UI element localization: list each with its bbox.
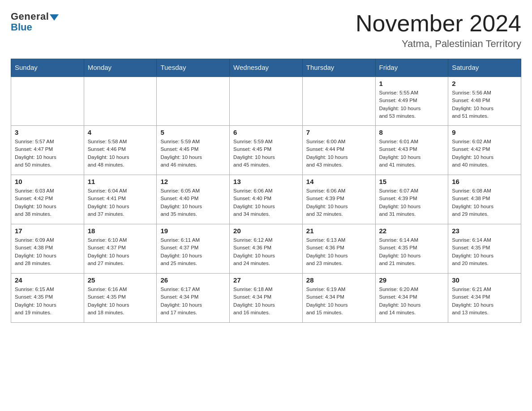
calendar-cell: 24Sunrise: 6:15 AMSunset: 4:35 PMDayligh… — [11, 274, 84, 323]
logo-general-text: General — [11, 11, 59, 22]
day-number: 10 — [15, 178, 80, 185]
week-row-3: 10Sunrise: 6:03 AMSunset: 4:42 PMDayligh… — [11, 175, 521, 224]
day-info: Sunrise: 6:11 AMSunset: 4:37 PMDaylight:… — [160, 236, 226, 267]
logo-arrow-icon — [50, 14, 59, 21]
day-info: Sunrise: 6:13 AMSunset: 4:36 PMDaylight:… — [306, 236, 372, 267]
calendar-cell: 20Sunrise: 6:12 AMSunset: 4:36 PMDayligh… — [230, 224, 303, 274]
logo-blue-text: Blue — [11, 21, 32, 33]
day-info: Sunrise: 6:16 AMSunset: 4:35 PMDaylight:… — [88, 286, 153, 317]
day-info: Sunrise: 5:59 AMSunset: 4:45 PMDaylight:… — [233, 138, 299, 169]
day-number: 28 — [306, 276, 372, 284]
day-number: 3 — [15, 128, 80, 136]
day-number: 2 — [452, 80, 517, 87]
calendar-cell: 17Sunrise: 6:09 AMSunset: 4:38 PMDayligh… — [11, 224, 84, 274]
day-info: Sunrise: 6:14 AMSunset: 4:35 PMDaylight:… — [379, 236, 445, 267]
day-number: 27 — [233, 276, 299, 284]
day-number: 14 — [306, 178, 372, 185]
day-info: Sunrise: 6:06 AMSunset: 4:39 PMDaylight:… — [306, 187, 372, 218]
week-row-4: 17Sunrise: 6:09 AMSunset: 4:38 PMDayligh… — [11, 224, 521, 274]
calendar-cell: 22Sunrise: 6:14 AMSunset: 4:35 PMDayligh… — [375, 224, 448, 274]
calendar-cell: 7Sunrise: 6:00 AMSunset: 4:44 PMDaylight… — [302, 126, 375, 175]
weekday-header-thursday: Thursday — [302, 59, 375, 77]
day-info: Sunrise: 6:12 AMSunset: 4:36 PMDaylight:… — [233, 236, 299, 267]
calendar-table: SundayMondayTuesdayWednesdayThursdayFrid… — [11, 59, 521, 323]
day-number: 16 — [452, 178, 517, 185]
day-info: Sunrise: 6:02 AMSunset: 4:42 PMDaylight:… — [452, 138, 517, 169]
calendar-cell: 18Sunrise: 6:10 AMSunset: 4:37 PMDayligh… — [84, 224, 157, 274]
day-info: Sunrise: 6:01 AMSunset: 4:43 PMDaylight:… — [379, 138, 445, 169]
week-row-2: 3Sunrise: 5:57 AMSunset: 4:47 PMDaylight… — [11, 126, 521, 175]
week-row-5: 24Sunrise: 6:15 AMSunset: 4:35 PMDayligh… — [11, 274, 521, 323]
day-number: 4 — [88, 128, 153, 136]
page-header: General Blue November 2024 Yatma, Palest… — [11, 11, 521, 50]
day-number: 29 — [379, 276, 445, 284]
title-block: November 2024 Yatma, Palestinian Territo… — [356, 11, 521, 50]
calendar-cell: 13Sunrise: 6:06 AMSunset: 4:40 PMDayligh… — [230, 175, 303, 224]
day-info: Sunrise: 6:10 AMSunset: 4:37 PMDaylight:… — [88, 236, 153, 267]
weekday-header-monday: Monday — [84, 59, 157, 77]
location-title: Yatma, Palestinian Territory — [356, 38, 521, 50]
day-info: Sunrise: 5:57 AMSunset: 4:47 PMDaylight:… — [15, 138, 80, 169]
calendar-cell: 19Sunrise: 6:11 AMSunset: 4:37 PMDayligh… — [157, 224, 230, 274]
day-info: Sunrise: 6:09 AMSunset: 4:38 PMDaylight:… — [15, 236, 80, 267]
calendar-cell: 12Sunrise: 6:05 AMSunset: 4:40 PMDayligh… — [157, 175, 230, 224]
day-info: Sunrise: 6:03 AMSunset: 4:42 PMDaylight:… — [15, 187, 80, 218]
day-info: Sunrise: 6:04 AMSunset: 4:41 PMDaylight:… — [88, 187, 153, 218]
calendar-cell: 5Sunrise: 5:59 AMSunset: 4:45 PMDaylight… — [157, 126, 230, 175]
calendar-cell: 26Sunrise: 6:17 AMSunset: 4:34 PMDayligh… — [157, 274, 230, 323]
calendar-cell: 4Sunrise: 5:58 AMSunset: 4:46 PMDaylight… — [84, 126, 157, 175]
day-info: Sunrise: 6:08 AMSunset: 4:38 PMDaylight:… — [452, 187, 517, 218]
calendar-cell: 1Sunrise: 5:55 AMSunset: 4:49 PMDaylight… — [375, 77, 448, 126]
day-info: Sunrise: 6:05 AMSunset: 4:40 PMDaylight:… — [160, 187, 226, 218]
calendar-cell: 2Sunrise: 5:56 AMSunset: 4:48 PMDaylight… — [448, 77, 521, 126]
calendar-cell — [11, 77, 84, 126]
calendar-cell: 30Sunrise: 6:21 AMSunset: 4:34 PMDayligh… — [448, 274, 521, 323]
calendar-cell: 23Sunrise: 6:14 AMSunset: 4:35 PMDayligh… — [448, 224, 521, 274]
weekday-header-row: SundayMondayTuesdayWednesdayThursdayFrid… — [11, 59, 521, 77]
day-info: Sunrise: 5:59 AMSunset: 4:45 PMDaylight:… — [160, 138, 226, 169]
weekday-header-tuesday: Tuesday — [157, 59, 230, 77]
calendar-cell — [84, 77, 157, 126]
day-info: Sunrise: 6:07 AMSunset: 4:39 PMDaylight:… — [379, 187, 445, 218]
day-number: 18 — [88, 227, 153, 235]
day-number: 22 — [379, 227, 445, 235]
day-number: 21 — [306, 227, 372, 235]
calendar-cell: 28Sunrise: 6:19 AMSunset: 4:34 PMDayligh… — [302, 274, 375, 323]
calendar-cell: 6Sunrise: 5:59 AMSunset: 4:45 PMDaylight… — [230, 126, 303, 175]
weekday-header-sunday: Sunday — [11, 59, 84, 77]
day-number: 30 — [452, 276, 517, 284]
day-info: Sunrise: 6:18 AMSunset: 4:34 PMDaylight:… — [233, 286, 299, 317]
calendar-cell: 29Sunrise: 6:20 AMSunset: 4:34 PMDayligh… — [375, 274, 448, 323]
day-info: Sunrise: 6:21 AMSunset: 4:34 PMDaylight:… — [452, 286, 517, 317]
day-info: Sunrise: 6:06 AMSunset: 4:40 PMDaylight:… — [233, 187, 299, 218]
day-info: Sunrise: 5:58 AMSunset: 4:46 PMDaylight:… — [88, 138, 153, 169]
day-number: 25 — [88, 276, 153, 284]
calendar-cell: 15Sunrise: 6:07 AMSunset: 4:39 PMDayligh… — [375, 175, 448, 224]
day-number: 13 — [233, 178, 299, 185]
calendar-cell: 10Sunrise: 6:03 AMSunset: 4:42 PMDayligh… — [11, 175, 84, 224]
day-number: 12 — [160, 178, 226, 185]
day-info: Sunrise: 6:15 AMSunset: 4:35 PMDaylight:… — [15, 286, 80, 317]
day-number: 9 — [452, 128, 517, 136]
day-number: 5 — [160, 128, 226, 136]
calendar-cell — [302, 77, 375, 126]
calendar-cell — [230, 77, 303, 126]
day-number: 8 — [379, 128, 445, 136]
day-number: 1 — [379, 80, 445, 87]
calendar-cell: 14Sunrise: 6:06 AMSunset: 4:39 PMDayligh… — [302, 175, 375, 224]
weekday-header-friday: Friday — [375, 59, 448, 77]
calendar-cell: 9Sunrise: 6:02 AMSunset: 4:42 PMDaylight… — [448, 126, 521, 175]
logo: General Blue — [11, 11, 59, 33]
day-number: 19 — [160, 227, 226, 235]
week-row-1: 1Sunrise: 5:55 AMSunset: 4:49 PMDaylight… — [11, 77, 521, 126]
calendar-cell: 3Sunrise: 5:57 AMSunset: 4:47 PMDaylight… — [11, 126, 84, 175]
day-info: Sunrise: 6:00 AMSunset: 4:44 PMDaylight:… — [306, 138, 372, 169]
day-info: Sunrise: 6:17 AMSunset: 4:34 PMDaylight:… — [160, 286, 226, 317]
day-info: Sunrise: 5:55 AMSunset: 4:49 PMDaylight:… — [379, 89, 445, 120]
day-number: 7 — [306, 128, 372, 136]
calendar-cell: 27Sunrise: 6:18 AMSunset: 4:34 PMDayligh… — [230, 274, 303, 323]
day-number: 15 — [379, 178, 445, 185]
day-number: 23 — [452, 227, 517, 235]
day-number: 17 — [15, 227, 80, 235]
calendar-cell — [157, 77, 230, 126]
